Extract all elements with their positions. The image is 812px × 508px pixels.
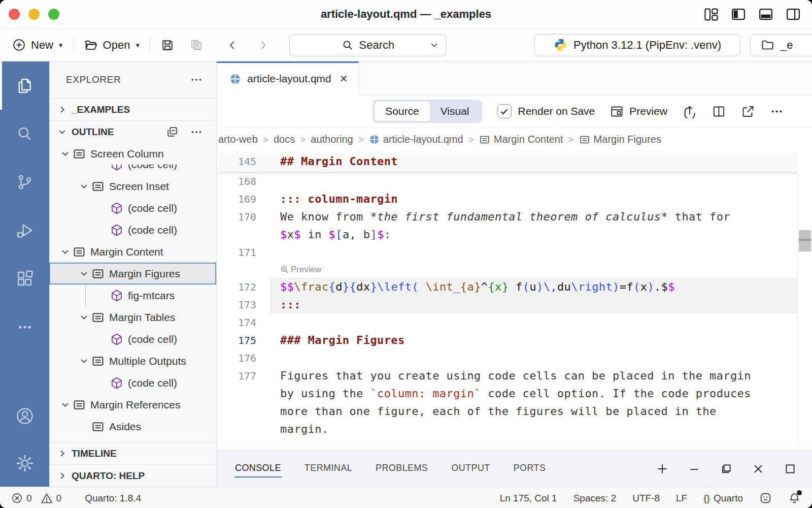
scrollbar-thumb[interactable] bbox=[799, 230, 811, 251]
source-mode-button[interactable]: Source bbox=[375, 102, 430, 121]
code-line[interactable]: by using the `column: margin` code cell … bbox=[217, 385, 812, 402]
split-editor-icon[interactable] bbox=[712, 105, 726, 118]
visual-mode-button[interactable]: Visual bbox=[430, 102, 480, 121]
code-line[interactable]: 169::: column-margin bbox=[217, 190, 812, 208]
notifications-button[interactable] bbox=[788, 492, 801, 504]
code-line[interactable]: 174 bbox=[217, 313, 812, 331]
indentation-status[interactable]: Spaces: 2 bbox=[573, 493, 617, 504]
save-icon[interactable] bbox=[160, 38, 175, 52]
open-button[interactable]: Open ▾ bbox=[84, 38, 140, 52]
outline-item[interactable]: Asides bbox=[49, 416, 216, 437]
activity-source-control-button[interactable] bbox=[0, 158, 49, 206]
outline-item[interactable]: Multiple Outputs bbox=[49, 350, 216, 372]
activity-run-debug-button[interactable] bbox=[0, 206, 49, 255]
panel-minimize-icon[interactable] bbox=[688, 462, 701, 475]
save-all-icon[interactable] bbox=[190, 38, 204, 52]
code-line[interactable]: 177Figures that you create using code ce… bbox=[217, 367, 812, 385]
publish-icon[interactable] bbox=[683, 104, 697, 118]
more-actions-icon[interactable] bbox=[190, 73, 203, 86]
breadcrumb-item[interactable]: article-layout.qmd bbox=[369, 134, 463, 145]
navigate-back-icon[interactable] bbox=[226, 39, 239, 51]
panel-maximize-icon[interactable] bbox=[784, 462, 797, 475]
activity-extensions-button[interactable] bbox=[0, 255, 49, 303]
breadcrumb-item[interactable]: docs bbox=[274, 134, 295, 145]
activity-settings-button[interactable] bbox=[0, 439, 49, 487]
chevron-down-icon[interactable] bbox=[429, 40, 439, 50]
panel-tab-ports[interactable]: PORTS bbox=[513, 460, 547, 478]
outline-item[interactable]: (code cell) bbox=[49, 219, 216, 241]
code-line[interactable]: margin. bbox=[217, 420, 812, 438]
outline-item[interactable]: Margin References bbox=[49, 394, 216, 416]
new-button[interactable]: New ▾ bbox=[12, 38, 63, 52]
panel-restore-icon[interactable] bbox=[720, 462, 733, 475]
section-examples[interactable]: _EXAMPLES bbox=[49, 98, 216, 120]
breadcrumb-item[interactable]: arto-web bbox=[218, 134, 258, 145]
open-external-icon[interactable] bbox=[741, 105, 755, 118]
section-timeline[interactable]: TIMELINE bbox=[49, 442, 216, 464]
panel-close-icon[interactable] bbox=[752, 462, 765, 475]
code-editor[interactable]: 168169::: column-margin170We know from *… bbox=[217, 151, 812, 450]
outline-item[interactable]: Screen Column bbox=[49, 143, 216, 165]
toggle-right-panel-icon[interactable] bbox=[786, 7, 801, 22]
toggle-left-panel-icon[interactable] bbox=[731, 7, 746, 22]
outline-item[interactable]: (code cell) bbox=[49, 197, 216, 219]
code-line[interactable]: 170We know from *the first fundamental t… bbox=[217, 208, 812, 226]
outline-item[interactable]: Margin Figures bbox=[49, 263, 216, 284]
panel-tab-problems[interactable]: PROBLEMS bbox=[375, 460, 428, 478]
panel-tab-console[interactable]: CONSOLE bbox=[234, 460, 282, 478]
interpreter-selector-button[interactable]: Python 3.12.1 (PipEnv: .venv) bbox=[534, 34, 740, 56]
code-line[interactable]: 172$$\frac{d}{dx}\left( \int_{a}^{x} f(u… bbox=[217, 278, 812, 296]
more-actions-icon[interactable] bbox=[190, 125, 203, 139]
cursor-position-status[interactable]: Ln 175, Col 1 bbox=[500, 493, 557, 504]
collapse-all-icon[interactable] bbox=[166, 125, 179, 138]
breadcrumb-item[interactable]: Margin Figures bbox=[579, 134, 661, 145]
workspace-button[interactable]: _e bbox=[750, 34, 812, 56]
customize-layout-icon[interactable] bbox=[704, 7, 719, 22]
render-on-save-control[interactable]: Render on Save bbox=[497, 104, 595, 118]
zoom-window-button[interactable] bbox=[48, 9, 59, 20]
breadcrumb-item[interactable]: authoring bbox=[311, 134, 353, 145]
language-mode-status[interactable]: {} Quarto bbox=[703, 493, 743, 504]
activity-explorer-button[interactable] bbox=[0, 61, 49, 110]
activity-more-button[interactable] bbox=[0, 303, 49, 351]
panel-tab-output[interactable]: OUTPUT bbox=[451, 460, 490, 478]
activity-search-button[interactable] bbox=[0, 110, 49, 158]
editor-scrollbar[interactable] bbox=[797, 151, 812, 450]
breadcrumb-item[interactable]: Margin Content bbox=[479, 134, 563, 145]
code-line[interactable]: Preview bbox=[217, 261, 812, 278]
section-quarto-help[interactable]: QUARTO: HELP bbox=[49, 464, 216, 487]
encoding-status[interactable]: UTF-8 bbox=[632, 493, 660, 504]
code-line[interactable]: 175### Margin Figures bbox=[217, 331, 812, 349]
code-line[interactable]: 173::: bbox=[217, 296, 812, 313]
tab-article-layout[interactable]: article-layout.qmd ✕ bbox=[217, 61, 359, 95]
preview-button[interactable]: Preview bbox=[610, 105, 667, 118]
section-outline[interactable]: OUTLINE bbox=[49, 120, 216, 143]
close-tab-icon[interactable]: ✕ bbox=[340, 73, 348, 85]
navigate-forward-icon[interactable] bbox=[257, 39, 269, 51]
minimize-window-button[interactable] bbox=[28, 9, 40, 20]
eol-status[interactable]: LF bbox=[676, 493, 687, 504]
outline-item[interactable]: Margin Tables bbox=[49, 306, 216, 328]
code-line[interactable]: 168 bbox=[217, 172, 812, 190]
code-line[interactable]: $x$ in $[a, b]$: bbox=[217, 226, 812, 243]
outline-item[interactable]: Screen Inset bbox=[49, 175, 216, 197]
outline-item[interactable]: fig-mtcars bbox=[49, 284, 216, 306]
feedback-button[interactable] bbox=[759, 492, 772, 504]
code-line[interactable]: 171 bbox=[217, 243, 812, 261]
code-line[interactable]: 145## Margin Content bbox=[217, 151, 812, 172]
outline-item[interactable]: (code cell) bbox=[49, 372, 216, 394]
activity-account-button[interactable] bbox=[0, 392, 49, 439]
code-line[interactable]: 176 bbox=[217, 349, 812, 367]
more-actions-icon[interactable] bbox=[770, 105, 784, 118]
search-input[interactable]: Search bbox=[289, 34, 447, 56]
outline-item[interactable]: (code cell) bbox=[49, 328, 216, 350]
close-window-button[interactable] bbox=[9, 9, 20, 20]
problems-status[interactable]: 0 0 bbox=[11, 492, 61, 504]
code-line[interactable]: more than one figure, each of the figure… bbox=[217, 402, 812, 420]
panel-tab-terminal[interactable]: TERMINAL bbox=[304, 460, 353, 478]
sticky-line[interactable]: 145## Margin Content bbox=[217, 151, 812, 172]
panel-add-icon[interactable] bbox=[656, 462, 669, 475]
quarto-version-status[interactable]: Quarto: 1.8.4 bbox=[85, 493, 141, 504]
toggle-bottom-panel-icon[interactable] bbox=[758, 7, 773, 22]
checkbox-checked-icon[interactable] bbox=[497, 104, 512, 118]
